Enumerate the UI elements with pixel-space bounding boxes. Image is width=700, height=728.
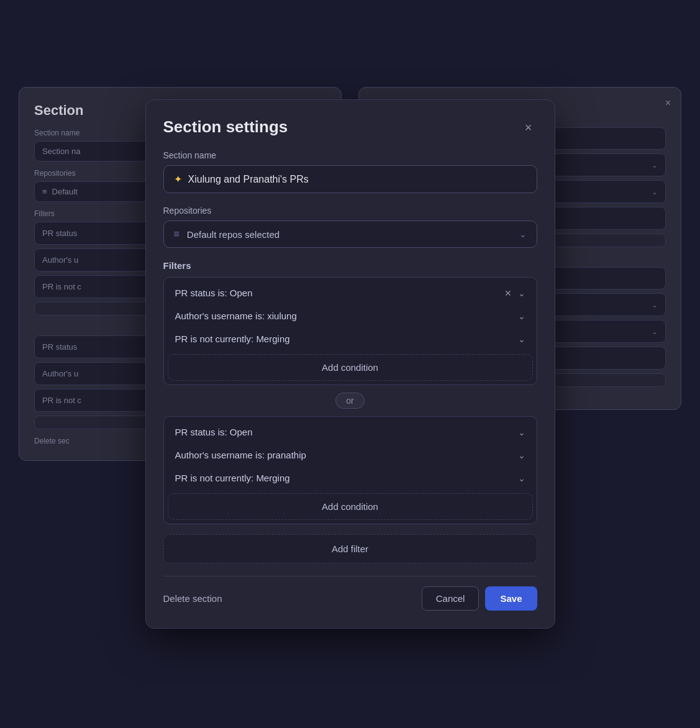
- filter-5-text: Author's username is: pranathip: [175, 450, 306, 460]
- filter-1-actions: ✕ ⌄: [504, 288, 525, 298]
- filter-4-chevron-icon: ⌄: [518, 427, 525, 437]
- main-dialog: Section settings × Section name ✦ Xiulun…: [145, 99, 555, 629]
- repos-icon: ≡: [174, 229, 180, 240]
- filter-row-2[interactable]: Author's username is: xiulung ⌄: [168, 304, 533, 327]
- section-name-input[interactable]: ✦ Xiulung and Pranathi's PRs: [163, 165, 537, 193]
- filter-1-text: PR status is: Open: [175, 288, 253, 298]
- bg-repos-val-left: Default: [52, 187, 78, 196]
- dialog-header: Section settings ×: [163, 117, 537, 137]
- filter-3-actions: ⌄: [518, 334, 525, 344]
- save-button[interactable]: Save: [485, 586, 537, 611]
- filter-4-actions: ⌄: [518, 427, 525, 437]
- or-divider: or: [163, 393, 537, 409]
- dialog-title: Section settings: [163, 117, 288, 137]
- filter-2-actions: ⌄: [518, 311, 525, 321]
- filter-6-text: PR is not currently: Merging: [175, 473, 290, 483]
- filter-2-text: Author's username is: xiulung: [175, 311, 297, 321]
- add-condition-2-button[interactable]: Add condition: [168, 493, 533, 520]
- bg-chevron-right-6: ⌄: [652, 301, 658, 309]
- filter-1-remove-icon[interactable]: ✕: [504, 288, 512, 298]
- repos-label: Repositories: [163, 206, 537, 216]
- add-filter-button[interactable]: Add filter: [163, 534, 537, 563]
- filter-5-chevron-icon: ⌄: [518, 450, 525, 460]
- filter-4-text: PR status is: Open: [175, 427, 253, 437]
- close-button[interactable]: ×: [520, 119, 537, 136]
- sparkle-icon: ✦: [174, 173, 182, 185]
- footer-right: Cancel Save: [422, 586, 537, 611]
- filter-row-5[interactable]: Author's username is: pranathip ⌄: [168, 444, 533, 466]
- repos-left: ≡ Default repos selected: [174, 229, 280, 240]
- delete-section-button[interactable]: Delete section: [163, 588, 222, 609]
- filter-6-actions: ⌄: [518, 473, 525, 483]
- repos-chevron-icon: ⌄: [519, 229, 527, 239]
- bg-repos-icon-left: ≡: [42, 187, 47, 196]
- filter-group-2: PR status is: Open ⌄ Author's username i…: [163, 416, 537, 524]
- bg-chevron-right-2: ⌄: [652, 161, 658, 170]
- cancel-button[interactable]: Cancel: [422, 586, 480, 611]
- repos-value: Default repos selected: [187, 229, 280, 240]
- dialog-footer: Delete section Cancel Save: [163, 576, 537, 611]
- filter-5-actions: ⌄: [518, 450, 525, 460]
- filter-3-text: PR is not currently: Merging: [175, 334, 290, 344]
- bg-chevron-right-3: ⌄: [652, 188, 658, 196]
- filter-row-6[interactable]: PR is not currently: Merging ⌄: [168, 466, 533, 489]
- or-badge: or: [335, 393, 364, 409]
- filter-1-chevron-icon: ⌄: [518, 288, 525, 298]
- filter-2-chevron-icon: ⌄: [518, 311, 525, 321]
- filter-6-chevron-icon: ⌄: [518, 473, 525, 483]
- filter-row-3[interactable]: PR is not currently: Merging ⌄: [168, 327, 533, 350]
- filter-3-chevron-icon: ⌄: [518, 334, 525, 344]
- section-name-label: Section name: [163, 150, 537, 160]
- filters-label: Filters: [163, 260, 537, 271]
- filter-row-4[interactable]: PR status is: Open ⌄: [168, 421, 533, 444]
- add-condition-1-button[interactable]: Add condition: [168, 354, 533, 381]
- bg-close-right: ×: [665, 98, 671, 109]
- repos-dropdown[interactable]: ≡ Default repos selected ⌄: [163, 221, 537, 248]
- filter-row-1[interactable]: PR status is: Open ✕ ⌄: [168, 281, 533, 304]
- bg-chevron-right-7: ⌄: [652, 327, 658, 336]
- filter-group-1: PR status is: Open ✕ ⌄ Author's username…: [163, 277, 537, 385]
- section-name-text: Xiulung and Pranathi's PRs: [188, 174, 309, 185]
